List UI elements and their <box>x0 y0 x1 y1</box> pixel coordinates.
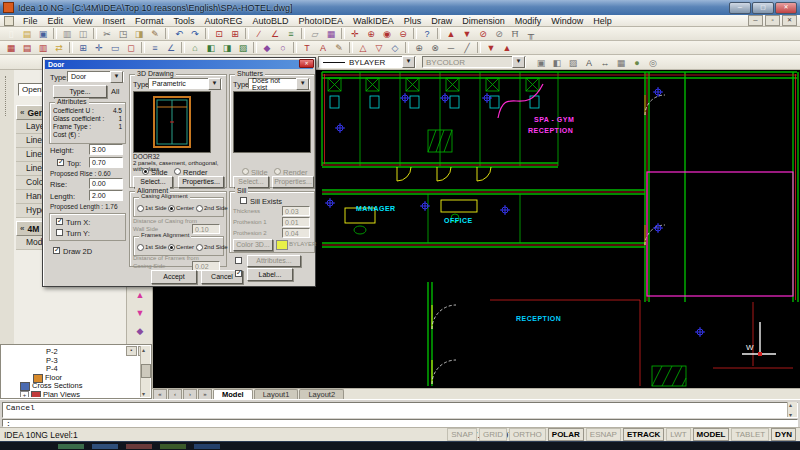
mdi-close-icon[interactable]: ✕ <box>782 15 797 26</box>
cut-icon[interactable]: ✂ <box>99 27 115 41</box>
toggle-esnap[interactable]: ESNAP <box>586 428 621 441</box>
save-icon[interactable]: ▣ <box>35 27 51 41</box>
casing-2nd-radio[interactable] <box>196 205 203 212</box>
column-grid-icon[interactable]: Ħ <box>507 27 523 41</box>
chevron-down-icon[interactable]: ▼ <box>512 56 525 68</box>
turn-x-checkbox[interactable] <box>56 218 63 225</box>
frames-1st-radio[interactable] <box>137 244 144 251</box>
chevron-down-icon[interactable]: ▼ <box>402 56 415 68</box>
print-icon[interactable]: ▥ <box>59 27 75 41</box>
move-wall-icon[interactable]: ⇄ <box>51 41 67 55</box>
redo-icon[interactable]: ↷ <box>187 27 203 41</box>
command-input[interactable]: : <box>2 419 798 427</box>
menu-tools[interactable]: Tools <box>168 16 199 26</box>
menu-view[interactable]: View <box>68 16 97 26</box>
properties-button[interactable]: Properties... <box>178 176 224 188</box>
label-button[interactable]: Label... <box>247 268 293 281</box>
arc-icon[interactable]: ⊗ <box>427 41 443 55</box>
toggle-snap[interactable]: SNAP <box>447 428 477 441</box>
paste-icon[interactable]: ◨ <box>131 27 147 41</box>
chevron-down-icon[interactable]: ▼ <box>296 78 309 90</box>
casing-1st-radio[interactable] <box>137 205 144 212</box>
attribute-text-icon[interactable]: A <box>315 41 331 55</box>
door-type-select[interactable]: Door▼ <box>67 71 124 82</box>
layer-down-icon[interactable]: ▼ <box>459 27 475 41</box>
turn-y-checkbox[interactable] <box>56 229 63 236</box>
frames-center-radio[interactable] <box>168 244 175 251</box>
insert-block-icon[interactable]: ◧ <box>549 56 565 70</box>
menu-modify[interactable]: Modify <box>510 16 547 26</box>
pan-icon[interactable]: ✛ <box>347 27 363 41</box>
frames-2nd-radio[interactable] <box>196 244 203 251</box>
toggle-ortho[interactable]: ORTHO <box>509 428 546 441</box>
menu-edit[interactable]: Edit <box>43 16 69 26</box>
previous-floor-icon[interactable]: ▼ <box>483 41 499 55</box>
render-radio[interactable] <box>174 168 181 175</box>
drafting-settings-icon[interactable]: ⊞ <box>227 27 243 41</box>
open-icon[interactable]: ▤ <box>19 27 35 41</box>
toggle-grid[interactable]: GRID <box>479 428 507 441</box>
shutter-icon[interactable]: ▨ <box>235 41 251 55</box>
maximize-button[interactable]: ▢ <box>752 2 774 14</box>
dialog-title-bar[interactable]: Door <box>45 60 313 69</box>
menu-autobld[interactable]: AutoBLD <box>247 16 293 26</box>
attributes-checkbox[interactable] <box>235 257 242 264</box>
axes-icon[interactable]: ✛ <box>91 41 107 55</box>
format-painter-icon[interactable]: ✎ <box>147 27 163 41</box>
draw-2d-checkbox[interactable] <box>53 247 60 254</box>
command-scrollbar[interactable] <box>787 402 797 417</box>
stairs-icon[interactable]: ≡ <box>147 41 163 55</box>
menu-file[interactable]: File <box>18 16 43 26</box>
menu-window[interactable]: Window <box>546 16 588 26</box>
dimension-icon[interactable]: △ <box>355 41 371 55</box>
next-floor-icon[interactable]: ▲ <box>499 41 515 55</box>
top-field[interactable]: 0.70 <box>89 157 123 168</box>
tree-item-p-2[interactable]: P-2 <box>3 348 139 357</box>
match-properties-icon[interactable]: ≡ <box>283 27 299 41</box>
accept-button[interactable]: Accept <box>151 270 197 284</box>
render-icon[interactable]: ● <box>629 56 645 70</box>
column-round-icon[interactable]: ◻ <box>123 41 139 55</box>
mdi-restore-icon[interactable]: ▫ <box>765 15 780 26</box>
copy-icon[interactable]: ◳ <box>115 27 131 41</box>
type-button[interactable]: Type... <box>53 85 107 98</box>
dialog-close-icon[interactable]: ✕ <box>299 59 314 68</box>
toggle-dyn[interactable]: DYN <box>771 428 796 441</box>
new-icon[interactable]: ▯ <box>3 27 19 41</box>
top-checkbox[interactable] <box>57 159 64 166</box>
make-block-icon[interactable]: ▣ <box>533 56 549 70</box>
layer-up-icon[interactable]: ▲ <box>443 27 459 41</box>
command-history[interactable]: Cancel <box>2 402 798 418</box>
polyline-edit-icon[interactable]: ∠ <box>267 27 283 41</box>
text-style-icon[interactable]: A <box>581 56 597 70</box>
color-select[interactable]: BYCOLOR ▼ <box>422 56 526 68</box>
toggle-model[interactable]: MODEL <box>693 428 730 441</box>
menu-help[interactable]: Help <box>588 16 617 26</box>
toggle-etrack[interactable]: ETRACK <box>623 428 664 441</box>
lock-layer-icon[interactable]: ⊘ <box>475 27 491 41</box>
text-icon[interactable]: T <box>299 41 315 55</box>
column-icon[interactable]: ▭ <box>107 41 123 55</box>
tree-item-p-3[interactable]: P-3 <box>3 357 139 366</box>
drag-grip-icon[interactable] <box>5 76 9 116</box>
drawing3d-type-select[interactable]: Parametric▼ <box>148 78 222 89</box>
ramp-icon[interactable]: ∠ <box>163 41 179 55</box>
wall-icon[interactable]: ▦ <box>3 41 19 55</box>
menu-dimension[interactable]: Dimension <box>457 16 510 26</box>
annotate-icon[interactable]: ✎ <box>331 41 347 55</box>
chevron-down-icon[interactable]: ▼ <box>208 78 221 90</box>
vt-layers-icon[interactable]: ◆ <box>130 324 150 338</box>
tree-item-p-4[interactable]: P-4 <box>3 365 139 374</box>
menu-draw[interactable]: Draw <box>426 16 457 26</box>
linetype-select[interactable]: BYLAYER ▼ <box>318 56 416 68</box>
scrollbar-thumb[interactable] <box>141 364 151 378</box>
toggle-lwt[interactable]: LWT <box>666 428 690 441</box>
label-checkbox[interactable] <box>235 270 242 277</box>
opening-icon[interactable]: ◨ <box>219 41 235 55</box>
circle-icon[interactable]: ⊕ <box>411 41 427 55</box>
door-icon[interactable]: ⌂ <box>187 41 203 55</box>
vt-zoom-in-icon[interactable]: ▲ <box>130 288 150 302</box>
image-icon[interactable]: ▦ <box>323 27 339 41</box>
menu-insert[interactable]: Insert <box>97 16 130 26</box>
hatch-icon[interactable]: ◇ <box>387 41 403 55</box>
